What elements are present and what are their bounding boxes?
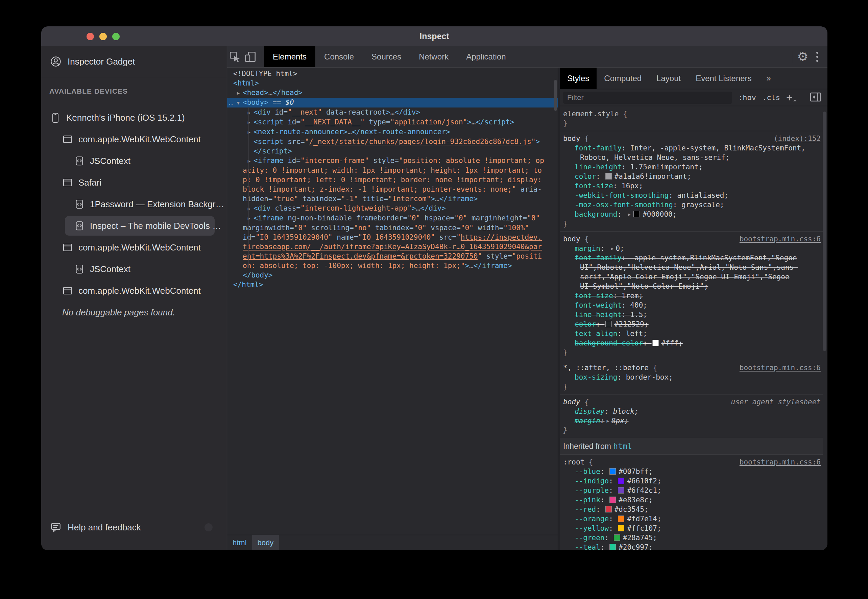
color-swatch[interactable] [609, 497, 616, 503]
css-property[interactable]: box-sizing: border-box; [563, 373, 821, 382]
dom-tree-node[interactable]: ent=https%3A%2F%2Finspect.dev&pfname=&rp… [227, 251, 558, 261]
css-property[interactable]: font-family: -apple-system,BlinkMacSyste… [563, 253, 821, 263]
css-property[interactable]: background-color: #fff; [563, 339, 821, 348]
dom-tree-node[interactable]: ▶<iframe ng-non-bindable frameborder="0"… [227, 213, 558, 223]
css-property[interactable]: line-height: 1.5; [563, 310, 821, 319]
dock-sidebar-icon[interactable] [810, 92, 821, 104]
toggle-class-button[interactable]: .cls [762, 93, 780, 102]
collapse-arrow-icon[interactable]: ▼ [234, 98, 243, 107]
css-property[interactable]: Roboto, Helvetica Neue, sans-serif; [563, 153, 821, 162]
dom-tree-node[interactable]: ▶<script id="__NEXT_DATA__" type="applic… [227, 117, 558, 127]
dom-tree-node[interactable]: on: absolute; top: -100px; width: 1px; h… [227, 261, 558, 271]
css-property[interactable]: --orange: #fd7e14; [563, 514, 821, 524]
css-property[interactable]: --yellow: #ffc107; [563, 524, 821, 533]
css-property[interactable]: UI Symbol","Noto Color Emoji"; [563, 281, 821, 291]
css-property[interactable]: -webkit-font-smoothing: antialiased; [563, 191, 821, 200]
breadcrumb-html[interactable]: html [227, 535, 252, 550]
dom-tree-node[interactable]: ▶<div id="__next" data-reactroot>…</div> [227, 107, 558, 117]
dom-tree-node[interactable]: ‥▼<body> == $0 [227, 98, 558, 107]
tab-elements[interactable]: Elements [264, 46, 315, 67]
sidebar-item[interactable]: JSContext [41, 150, 227, 172]
toggle-hover-state-button[interactable]: :hov [738, 93, 756, 102]
sidebar-item[interactable]: 1Password — Extension Backgr… [41, 193, 227, 215]
css-property[interactable]: serif,"Apple Color Emoji","Segoe UI Emoj… [563, 272, 821, 281]
css-property[interactable]: font-family: Inter, -apple-system, Blink… [563, 143, 821, 153]
color-swatch[interactable] [605, 173, 612, 179]
css-property[interactable]: display: block; [563, 407, 821, 416]
css-property[interactable]: --green: #28a745; [563, 533, 821, 543]
expand-arrow-icon[interactable]: ▶ [234, 88, 243, 98]
dom-tree-node[interactable]: firebaseapp.com/__/auth/iframe?apiKey=AI… [227, 242, 558, 251]
css-property[interactable]: --red: #dc3545; [563, 505, 821, 514]
color-swatch[interactable] [618, 525, 624, 531]
breadcrumb-body[interactable]: body [252, 535, 279, 550]
css-property[interactable]: margin: ▶0; [563, 244, 821, 253]
elements-scrollbar[interactable] [554, 80, 557, 111]
color-swatch[interactable] [614, 534, 620, 541]
dom-tree-node[interactable]: ▶<next-route-announcer>…</next-route-ann… [227, 127, 558, 137]
color-swatch[interactable] [618, 478, 624, 484]
css-property[interactable]: color: #212529; [563, 319, 821, 329]
account-row[interactable]: Inspector Gadget [41, 53, 227, 70]
css-property[interactable]: --teal: #20c997; [563, 543, 821, 550]
rule-selector[interactable]: bootstrap.min.css:6body { [563, 234, 821, 244]
expand-arrow-icon[interactable]: ▶ [245, 108, 254, 117]
dom-tree-node[interactable]: <html> [227, 78, 558, 88]
css-property[interactable]: font-size: 1rem; [563, 291, 821, 301]
sidebar-item[interactable]: com.apple.WebKit.WebContent [41, 236, 227, 258]
sidebar-item[interactable]: com.apple.WebKit.WebContent [41, 280, 227, 301]
stylesheet-source-link[interactable]: bootstrap.min.css:6 [740, 234, 821, 244]
tab-console[interactable]: Console [315, 46, 363, 67]
new-style-rule-button[interactable]: + [786, 94, 795, 101]
css-property[interactable]: font-weight: 400; [563, 301, 821, 310]
color-swatch[interactable] [605, 321, 612, 327]
dom-tree-node[interactable]: </html> [227, 280, 558, 289]
css-property[interactable]: -moz-osx-font-smoothing: grayscale; [563, 200, 821, 209]
color-swatch[interactable] [609, 544, 616, 550]
sidebar-item[interactable]: JSContext [41, 258, 227, 280]
stylesheet-source-link[interactable]: bootstrap.min.css:6 [740, 458, 821, 467]
dom-tree-node[interactable]: block !important; z-index: -1 !important… [227, 185, 558, 194]
color-swatch[interactable] [652, 340, 659, 346]
dom-tree-node[interactable]: <!DOCTYPE html> [227, 69, 558, 78]
tab-network[interactable]: Network [410, 46, 457, 67]
css-property[interactable]: margin:▶8px; [563, 416, 821, 426]
css-property[interactable]: --pink: #e83e8c; [563, 495, 821, 505]
dom-tree-node[interactable]: </script> [227, 146, 558, 156]
css-property[interactable]: font-size: 16px; [563, 181, 821, 191]
css-property[interactable]: background: ▶#000000; [563, 209, 821, 219]
css-property[interactable]: color: #a1a1a6!important; [563, 172, 821, 181]
tab-application[interactable]: Application [457, 46, 514, 67]
tab-event-listeners[interactable]: Event Listeners [688, 68, 759, 89]
color-swatch[interactable] [633, 211, 640, 217]
dom-tree-node[interactable]: </body> [227, 271, 558, 280]
css-property[interactable]: line-height: 1.75em!important; [563, 162, 821, 172]
dom-tree-node[interactable]: hidden="true" tabindex="-1" title="Inter… [227, 194, 558, 203]
color-swatch[interactable] [605, 506, 612, 512]
dom-tree-node[interactable]: ▶<div class="intercom-lightweight-app">…… [227, 203, 558, 213]
sidebar-item[interactable]: com.apple.WebKit.WebContent [41, 128, 227, 150]
rule-selector[interactable]: bootstrap.min.css:6:root { [563, 458, 821, 467]
stylesheet-source-link[interactable]: (index):152 [774, 134, 821, 143]
styles-filter-input[interactable] [563, 92, 732, 104]
css-property[interactable]: text-align: left; [563, 329, 821, 339]
expand-arrow-icon[interactable]: ▶ [245, 128, 254, 137]
sidebar-item[interactable]: Kenneth’s iPhone (iOS 15.2.1) [41, 107, 227, 128]
expand-arrow-icon[interactable]: ▶ [245, 214, 254, 223]
device-toolbar-icon[interactable] [243, 46, 258, 67]
tab-sources[interactable]: Sources [363, 46, 410, 67]
rule-selector[interactable]: bootstrap.min.css:6*, ::after, ::before … [563, 363, 821, 373]
dom-tree-node[interactable]: p: 0 !important; left: 0 !important; bor… [227, 175, 558, 185]
tab-styles[interactable]: Styles [560, 68, 597, 89]
styles-scrollbar[interactable] [823, 111, 826, 351]
tab-computed[interactable]: Computed [597, 68, 649, 89]
dom-tree-node[interactable]: <script src="/_next/static/chunks/pages/… [227, 137, 558, 146]
color-swatch[interactable] [609, 468, 616, 475]
inspect-element-icon[interactable] [227, 46, 243, 67]
sidebar-item[interactable]: Safari [41, 172, 227, 193]
tab-layout[interactable]: Layout [649, 68, 688, 89]
css-property[interactable]: --blue: #007bff; [563, 467, 821, 476]
rule-selector[interactable]: user agent stylesheetbody { [563, 397, 821, 407]
css-property[interactable]: --purple: #6f42c1; [563, 486, 821, 495]
help-and-feedback[interactable]: Help and feedback [41, 519, 227, 536]
